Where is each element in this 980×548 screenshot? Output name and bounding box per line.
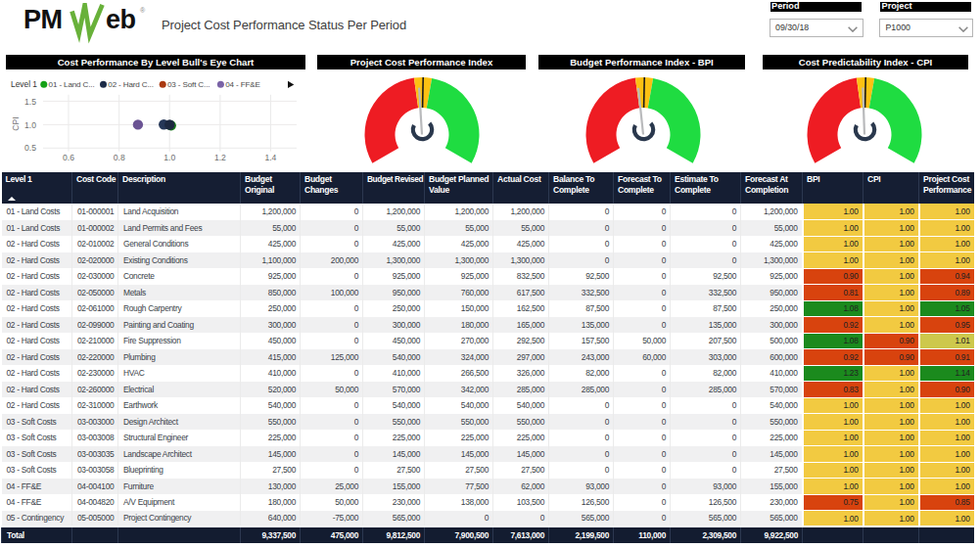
svg-text:0.8: 0.8 — [114, 153, 125, 162]
svg-text:01 - Land C...: 01 - Land C... — [49, 80, 95, 89]
svg-text:1.0: 1.0 — [163, 153, 175, 162]
svg-text:Level 1: Level 1 — [11, 79, 37, 89]
svg-text:0.5: 0.5 — [24, 143, 36, 153]
svg-text:03 - Soft C...: 03 - Soft C... — [167, 80, 210, 89]
svg-text:®: ® — [140, 7, 146, 14]
svg-text:PM: PM — [23, 5, 63, 34]
svg-text:1.4: 1.4 — [264, 153, 276, 162]
svg-text:CPI: CPI — [11, 116, 21, 130]
svg-text:0.6: 0.6 — [63, 153, 74, 162]
svg-text:04 - FF&E: 04 - FF&E — [225, 80, 260, 89]
svg-text:1.2: 1.2 — [214, 153, 226, 162]
svg-text:02 - Hard C...: 02 - Hard C... — [108, 80, 153, 89]
svg-text:1.0: 1.0 — [24, 120, 36, 130]
svg-text:1.5: 1.5 — [24, 97, 36, 107]
svg-text:eb: eb — [106, 5, 136, 34]
